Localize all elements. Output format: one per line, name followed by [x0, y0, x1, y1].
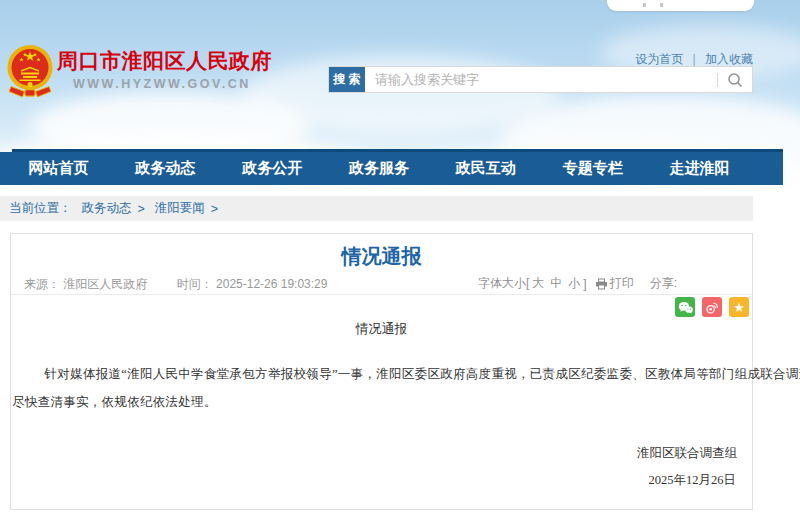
site-name[interactable]: 周口市淮阳区人民政府 [57, 47, 272, 75]
set-homepage-link[interactable]: 设为首页 [635, 52, 683, 66]
weibo-eye-glyph [705, 301, 719, 314]
breadcrumb-prefix: 当前位置： [9, 200, 72, 217]
main-nav: 网站首页 政务动态 政务公开 政务服务 政民互动 专题专栏 走进淮阳 [0, 152, 783, 185]
share-row: ★ [10, 297, 753, 317]
source-label: 来源： [24, 277, 60, 291]
nav-item-gov-service[interactable]: 政务服务 [326, 152, 433, 185]
print-button[interactable]: 打印 [595, 275, 634, 292]
add-favorite-link[interactable]: 加入收藏 [705, 52, 753, 66]
article-paragraph-line1: 针对媒体报道“淮阳人民中学食堂承包方举报校领导”一事，淮阳区委区政府高度重视，已… [12, 366, 800, 383]
article-body-heading: 情况通报 [10, 320, 753, 338]
article-signature: 淮阳区联合调查组 [10, 445, 753, 462]
article-date: 2025年12月26日 [10, 472, 753, 489]
weibo-share-icon[interactable] [702, 297, 722, 317]
breadcrumb-separator: > [138, 202, 145, 216]
source-value: 淮阳区人民政府 [63, 277, 147, 291]
share-label: 分享: [650, 275, 677, 292]
search-submit[interactable] [718, 67, 752, 92]
search-input[interactable] [365, 67, 717, 92]
nav-item-gov-open[interactable]: 政务公开 [219, 152, 326, 185]
star-glyph: ★ [733, 301, 745, 314]
font-size-small[interactable]: 小 [568, 275, 580, 292]
page: 周口市淮阳区人民政府 WWW.HYZWW.GOV.CN 设为首页 | 加入收藏 … [0, 0, 800, 517]
wechat-bubbles-glyph [678, 301, 693, 314]
article-paragraph-line2: 尽快查清事实，依规依纪依法处理。 [12, 394, 217, 411]
print-icon [595, 278, 608, 290]
article-meta-left: 来源： 淮阳区人民政府 时间： 2025-12-26 19:03:29 [24, 276, 327, 293]
nav-item-about-huaiyang[interactable]: 走进淮阳 [646, 152, 753, 185]
time-label: 时间： [177, 277, 213, 291]
breadcrumb: 当前位置： 政务动态 > 淮阳要闻 > [0, 196, 753, 221]
search-button[interactable]: 搜 索 [329, 67, 365, 92]
site-url: WWW.HYZWW.GOV.CN [73, 77, 251, 91]
quick-links-separator: | [693, 52, 696, 66]
nav-item-gov-news[interactable]: 政务动态 [112, 152, 219, 185]
breadcrumb-link-huaiyang-news[interactable]: 淮阳要闻 [155, 200, 205, 217]
print-label: 打印 [610, 275, 634, 292]
article-title: 情况通报 [10, 243, 753, 270]
nav-item-interaction[interactable]: 政民互动 [432, 152, 539, 185]
wechat-share-icon[interactable] [675, 297, 695, 317]
magnifier-icon [727, 72, 743, 88]
font-size-prefix: 字体大小[ [478, 275, 529, 292]
article-meta-right: 字体大小[ 大 中 小 ] 打印 分享: [478, 275, 677, 292]
time-value: 2025-12-26 19:03:29 [216, 277, 327, 291]
nav-item-home[interactable]: 网站首页 [5, 152, 112, 185]
breadcrumb-link-gov-news[interactable]: 政务动态 [82, 200, 132, 217]
popup-remnant [607, 0, 754, 11]
nav-item-special-topics[interactable]: 专题专栏 [539, 152, 646, 185]
font-size-suffix: ] [583, 277, 586, 291]
article-divider [11, 294, 752, 295]
national-emblem-logo [6, 44, 54, 98]
font-size-medium[interactable]: 中 [550, 275, 562, 292]
qzone-star-share-icon[interactable]: ★ [729, 297, 749, 317]
popup-remnant-marks [643, 3, 663, 7]
font-size-large[interactable]: 大 [532, 275, 544, 292]
breadcrumb-separator: > [211, 202, 218, 216]
search-bar: 搜 索 [328, 66, 753, 93]
